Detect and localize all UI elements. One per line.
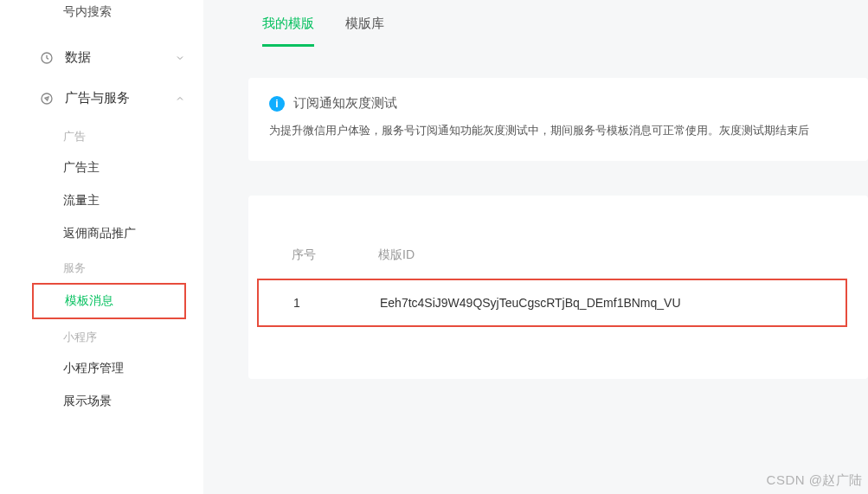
table-row[interactable]: 1 Eeh7tc4SiJ9W49QSyjTeuCgscRTjBq_DEmf1BN… [257,279,847,327]
sidebar-item-template-message[interactable]: 模板消息 [41,285,184,318]
sidebar-item-label: 号内搜索 [63,4,112,18]
template-table: 序号 模版ID 1 Eeh7tc4SiJ9W49QSyjTeuCgscRTjBq… [248,196,868,379]
table-header-row: 序号 模版ID [269,247,847,279]
watermark: CSDN @赵广陆 [767,472,863,489]
notice-title: 订阅通知灰度测试 [293,95,397,112]
sidebar-item-search[interactable]: 号内搜索 [39,0,203,37]
sidebar-item-label: 小程序管理 [63,361,124,375]
sidebar-item-traffic[interactable]: 流量主 [39,184,203,217]
sidebar-item-display-scene[interactable]: 展示场景 [39,385,203,418]
sidebar-item-label: 模板消息 [65,293,113,307]
highlight-box-sidebar: 模板消息 [32,283,186,319]
sidebar-section-data[interactable]: 数据 [39,37,203,78]
sidebar-item-mini-manage[interactable]: 小程序管理 [39,352,203,385]
sidebar-section-label: 数据 [65,49,174,66]
sidebar-item-rebate[interactable]: 返佣商品推广 [39,217,203,250]
tab-label: 模版库 [345,16,384,30]
sidebar: 号内搜索 数据 广告与服务 广告 广告主 流量主 返佣商品推广 服务 模板消息 … [0,0,203,494]
sidebar-group-service-label: 服务 [39,250,203,283]
notice-description: 为提升微信用户体验，服务号订阅通知功能灰度测试中，期间服务号模板消息可正常使用。… [269,122,847,140]
chevron-up-icon [174,93,186,105]
table-header-id: 模版ID [378,247,847,263]
table-cell-id: Eeh7tc4SiJ9W49QSyjTeuCgscRTjBq_DEmf1BNmq… [380,296,845,310]
sidebar-section-label: 广告与服务 [65,90,174,106]
info-icon: i [269,96,285,112]
sidebar-item-label: 展示场景 [63,394,112,407]
table-header-seq: 序号 [292,247,378,263]
notice-card: i 订阅通知灰度测试 为提升微信用户体验，服务号订阅通知功能灰度测试中，期间服务… [248,78,868,161]
sidebar-item-label: 返佣商品推广 [63,226,136,240]
clock-icon [39,50,55,66]
main-content: 我的模版 模版库 i 订阅通知灰度测试 为提升微信用户体验，服务号订阅通知功能灰… [203,0,868,494]
tab-label: 我的模版 [262,16,314,30]
sidebar-group-ad-label: 广告 [39,119,203,151]
sidebar-section-ads-services[interactable]: 广告与服务 [39,78,203,119]
sidebar-item-label: 流量主 [63,193,100,207]
chevron-down-icon [174,52,186,64]
tab-template-library[interactable]: 模版库 [345,16,384,47]
compass-icon [39,91,55,106]
tabs: 我的模版 模版库 [203,0,868,47]
sidebar-item-advertiser[interactable]: 广告主 [39,151,203,184]
table-cell-seq: 1 [281,296,380,310]
notice-header: i 订阅通知灰度测试 [269,95,847,112]
tab-my-templates[interactable]: 我的模版 [262,16,314,47]
sidebar-group-mini-label: 小程序 [39,319,203,352]
svg-point-1 [42,93,52,104]
sidebar-item-label: 广告主 [63,160,100,174]
